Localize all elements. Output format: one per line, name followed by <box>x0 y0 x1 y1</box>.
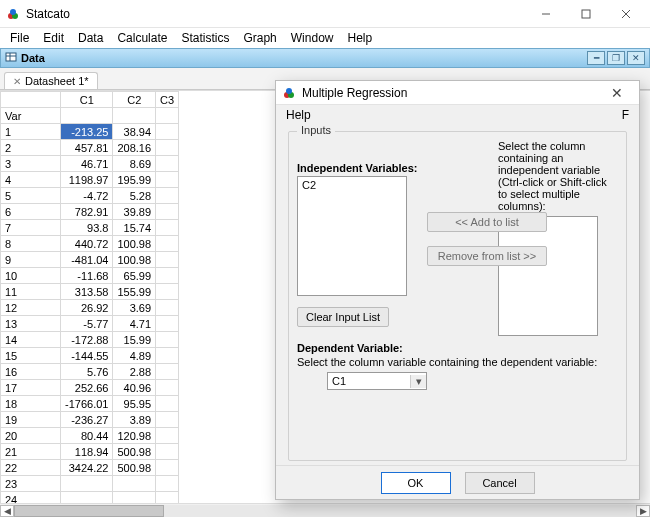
row-header[interactable]: 15 <box>1 348 61 364</box>
cell[interactable]: 3.69 <box>113 300 156 316</box>
cell[interactable] <box>61 476 113 492</box>
cell[interactable] <box>156 124 179 140</box>
row-header[interactable]: 9 <box>1 252 61 268</box>
row-header[interactable]: 10 <box>1 268 61 284</box>
cell[interactable] <box>156 428 179 444</box>
hscroll-left-arrow[interactable]: ◀ <box>0 505 14 517</box>
cell[interactable]: 208.16 <box>113 140 156 156</box>
cell[interactable]: -213.25 <box>61 124 113 140</box>
add-to-list-button[interactable]: << Add to list <box>427 212 547 232</box>
remove-from-list-button[interactable]: Remove from list >> <box>427 246 547 266</box>
row-header[interactable]: 19 <box>1 412 61 428</box>
cell[interactable]: 195.99 <box>113 172 156 188</box>
column-header[interactable]: C2 <box>113 92 156 108</box>
cell[interactable]: 155.99 <box>113 284 156 300</box>
menu-data[interactable]: Data <box>72 31 109 45</box>
cell[interactable]: -172.88 <box>61 332 113 348</box>
close-button[interactable] <box>606 3 646 25</box>
cell[interactable] <box>156 316 179 332</box>
cell[interactable]: 26.92 <box>61 300 113 316</box>
independent-variables-listbox[interactable]: C2 <box>297 176 407 296</box>
row-header[interactable]: 2 <box>1 140 61 156</box>
cell[interactable]: 782.91 <box>61 204 113 220</box>
cell[interactable]: 4.71 <box>113 316 156 332</box>
cell[interactable]: -481.04 <box>61 252 113 268</box>
cell[interactable]: 457.81 <box>61 140 113 156</box>
hscroll-right-arrow[interactable]: ▶ <box>636 505 650 517</box>
row-header[interactable]: 23 <box>1 476 61 492</box>
cell[interactable] <box>156 284 179 300</box>
cell[interactable] <box>156 396 179 412</box>
cell[interactable]: -144.55 <box>61 348 113 364</box>
cell[interactable]: 65.99 <box>113 268 156 284</box>
cell[interactable] <box>156 252 179 268</box>
cell[interactable] <box>156 204 179 220</box>
row-header[interactable]: 16 <box>1 364 61 380</box>
cell[interactable] <box>156 476 179 492</box>
cell[interactable]: 500.98 <box>113 444 156 460</box>
clear-input-list-button[interactable]: Clear Input List <box>297 307 389 327</box>
spreadsheet[interactable]: C1C2C3Var1-213.2538.942457.81208.16346.7… <box>0 91 179 517</box>
cell[interactable]: 39.89 <box>113 204 156 220</box>
datasheet-tab[interactable]: ✕ Datasheet 1* <box>4 72 98 89</box>
menu-window[interactable]: Window <box>285 31 340 45</box>
cell[interactable] <box>156 268 179 284</box>
subwin-minimize-button[interactable]: ━ <box>587 51 605 65</box>
menu-statistics[interactable]: Statistics <box>175 31 235 45</box>
row-header[interactable]: 17 <box>1 380 61 396</box>
cell[interactable]: 8.69 <box>113 156 156 172</box>
cell[interactable] <box>156 220 179 236</box>
cell[interactable]: -1766.01 <box>61 396 113 412</box>
dialog-close-button[interactable]: ✕ <box>601 85 633 101</box>
cell[interactable]: 440.72 <box>61 236 113 252</box>
cell[interactable]: 5.28 <box>113 188 156 204</box>
row-header[interactable]: 7 <box>1 220 61 236</box>
row-header[interactable]: 8 <box>1 236 61 252</box>
hscrollbar[interactable]: ◀ ▶ <box>0 503 650 517</box>
menu-help[interactable]: Help <box>341 31 378 45</box>
menu-file[interactable]: File <box>4 31 35 45</box>
cell[interactable] <box>156 460 179 476</box>
dialog-help-menu[interactable]: Help <box>286 108 311 122</box>
cell[interactable] <box>156 236 179 252</box>
row-header[interactable]: 1 <box>1 124 61 140</box>
row-header[interactable]: 13 <box>1 316 61 332</box>
column-header[interactable]: C3 <box>156 92 179 108</box>
cell[interactable]: 1198.97 <box>61 172 113 188</box>
cell[interactable]: 5.76 <box>61 364 113 380</box>
cell[interactable] <box>156 412 179 428</box>
menu-graph[interactable]: Graph <box>237 31 282 45</box>
cell[interactable]: 500.98 <box>113 460 156 476</box>
cell[interactable] <box>156 332 179 348</box>
cell[interactable]: 95.95 <box>113 396 156 412</box>
tab-close-icon[interactable]: ✕ <box>13 76 21 87</box>
row-header[interactable]: 14 <box>1 332 61 348</box>
hscroll-track[interactable] <box>14 505 636 517</box>
cell[interactable]: 15.74 <box>113 220 156 236</box>
row-header[interactable]: 18 <box>1 396 61 412</box>
column-header[interactable]: C1 <box>61 92 113 108</box>
cell[interactable]: 3.89 <box>113 412 156 428</box>
cell[interactable]: 15.99 <box>113 332 156 348</box>
row-header[interactable]: 20 <box>1 428 61 444</box>
cell[interactable]: 46.71 <box>61 156 113 172</box>
cancel-button[interactable]: Cancel <box>465 472 535 494</box>
cell[interactable] <box>156 140 179 156</box>
cell[interactable]: 3424.22 <box>61 460 113 476</box>
cell[interactable]: 313.58 <box>61 284 113 300</box>
row-header[interactable]: 22 <box>1 460 61 476</box>
cell[interactable]: -4.72 <box>61 188 113 204</box>
row-header[interactable]: 4 <box>1 172 61 188</box>
row-header[interactable]: 11 <box>1 284 61 300</box>
cell[interactable]: 100.98 <box>113 252 156 268</box>
maximize-button[interactable] <box>566 3 606 25</box>
cell[interactable]: 120.98 <box>113 428 156 444</box>
menu-calculate[interactable]: Calculate <box>111 31 173 45</box>
cell[interactable] <box>113 476 156 492</box>
cell[interactable]: -236.27 <box>61 412 113 428</box>
cell[interactable] <box>156 300 179 316</box>
subwin-restore-button[interactable]: ❐ <box>607 51 625 65</box>
cell[interactable]: 2.88 <box>113 364 156 380</box>
row-header[interactable]: 3 <box>1 156 61 172</box>
cell[interactable] <box>156 444 179 460</box>
